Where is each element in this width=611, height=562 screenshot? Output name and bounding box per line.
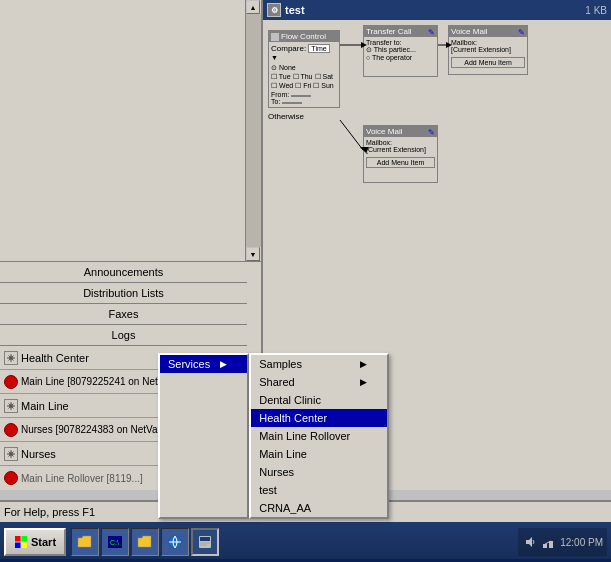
red-circle-icon-2 (4, 423, 18, 437)
gear-icon-3 (4, 447, 18, 461)
health-center-menu-item[interactable]: Health Center (251, 409, 387, 427)
samples-arrow: ▶ (360, 359, 367, 369)
svg-text:C:\: C:\ (110, 539, 119, 546)
window-titlebar: ⚙ test 1 KB (263, 0, 611, 20)
scroll-up-button[interactable]: ▲ (246, 0, 260, 14)
main-context-menu: Services ▶ (158, 353, 249, 519)
transfer-call-content: Transfer to: ⊙ This partiec... ○ The ope… (364, 37, 437, 63)
terminal-icon: C:\ (107, 534, 123, 550)
system-tray: 12:00 PM (518, 528, 607, 556)
announcements-button[interactable]: Announcements (0, 262, 247, 283)
taskbar-icon-folder2[interactable] (131, 528, 159, 556)
scroll-track (246, 14, 261, 247)
nurses-menu-item[interactable]: Nurses (251, 463, 387, 481)
crna-aa-item[interactable]: CRNA_AA (251, 499, 387, 517)
red-circle-icon-3 (4, 471, 18, 485)
services-menu-item[interactable]: Services ▶ (160, 355, 247, 373)
distribution-lists-button[interactable]: Distribution Lists (0, 283, 247, 304)
faxes-button[interactable]: Faxes (0, 304, 247, 325)
dental-clinic-item[interactable]: Dental Clinic (251, 391, 387, 409)
flow-control-box: Flow Control Compare: Time ▼ ⊙ None ☐ Tu… (268, 30, 340, 108)
services-arrow: ▶ (220, 359, 227, 369)
shared-item[interactable]: Shared ▶ (251, 373, 387, 391)
logs-button[interactable]: Logs (0, 325, 247, 346)
taskbar-icon-folder[interactable] (71, 528, 99, 556)
gear-icon (4, 351, 18, 365)
voicemail-1-edit[interactable]: ✎ (518, 28, 525, 37)
shared-arrow: ▶ (360, 377, 367, 387)
main-line-rollover-item[interactable]: Main Line Rollover (251, 427, 387, 445)
nav-buttons-section: Announcements Distribution Lists Faxes L… (0, 261, 261, 346)
app-icon (197, 534, 213, 550)
svg-line-7 (340, 120, 363, 150)
svg-rect-10 (22, 536, 28, 542)
svg-rect-9 (15, 536, 21, 542)
window-title: test (285, 4, 585, 16)
taskbar-icon-app[interactable] (191, 528, 219, 556)
voicemail-box-2: Voice Mail Mailbox: [Current Extension] … (363, 125, 438, 183)
context-menu-container: Services ▶ Samples ▶ Shared ▶ Dental Cli… (158, 353, 389, 519)
folder2-icon (137, 534, 153, 550)
main-line-menu-item[interactable]: Main Line (251, 445, 387, 463)
scroll-down-button[interactable]: ▼ (246, 247, 260, 261)
status-text: For Help, press F1 (4, 506, 95, 518)
speaker-icon (522, 534, 538, 550)
services-submenu: Samples ▶ Shared ▶ Dental Clinic Health … (249, 353, 389, 519)
svg-rect-21 (543, 544, 547, 548)
test-menu-item[interactable]: test (251, 481, 387, 499)
clock: 12:00 PM (560, 537, 603, 548)
window-size: 1 KB (585, 5, 607, 16)
voicemail-1-title: Voice Mail (449, 26, 527, 37)
voicemail-2-title: Voice Mail (364, 126, 437, 137)
transfer-call-box: Transfer Call Transfer to: ⊙ This partie… (363, 25, 438, 77)
svg-rect-18 (200, 537, 210, 541)
voicemail-box-1: Voice Mail Mailbox: [Current Extension] … (448, 25, 528, 75)
voicemail-2-content: Mailbox: [Current Extension] (364, 137, 437, 155)
vertical-scrollbar[interactable]: ▲ ▼ (245, 0, 261, 261)
window-icon: ⚙ (267, 3, 281, 17)
flow-control-content: Compare: Time ▼ ⊙ None ☐ Tue☐ Thu☐ Sat ☐… (269, 42, 339, 107)
voicemail-1-content: Mailbox: [Current Extension] (449, 37, 527, 55)
network-icon (541, 534, 557, 550)
folder-icon (77, 534, 93, 550)
taskbar-icon-terminal[interactable]: C:\ (101, 528, 129, 556)
transfer-call-title: Transfer Call (364, 26, 437, 37)
gear-icon-2 (4, 399, 18, 413)
add-menu-item-2[interactable]: Add Menu Item (366, 157, 435, 168)
left-tree-area: ▲ ▼ (0, 0, 261, 261)
voicemail-2-edit[interactable]: ✎ (428, 128, 435, 137)
red-circle-icon (4, 375, 18, 389)
transfer-call-edit[interactable]: ✎ (428, 28, 435, 37)
windows-logo (14, 535, 28, 549)
taskbar-icon-ie[interactable] (161, 528, 189, 556)
flow-control-title: Flow Control (269, 31, 339, 42)
svg-rect-11 (15, 543, 21, 549)
ie-icon (167, 534, 183, 550)
add-menu-item-1[interactable]: Add Menu Item (451, 57, 525, 68)
samples-item[interactable]: Samples ▶ (251, 355, 387, 373)
start-button[interactable]: Start (4, 528, 66, 556)
taskbar: Start C:\ (0, 522, 611, 562)
svg-rect-12 (22, 543, 28, 549)
flow-icon (271, 33, 279, 41)
otherwise-label: Otherwise (268, 112, 304, 121)
